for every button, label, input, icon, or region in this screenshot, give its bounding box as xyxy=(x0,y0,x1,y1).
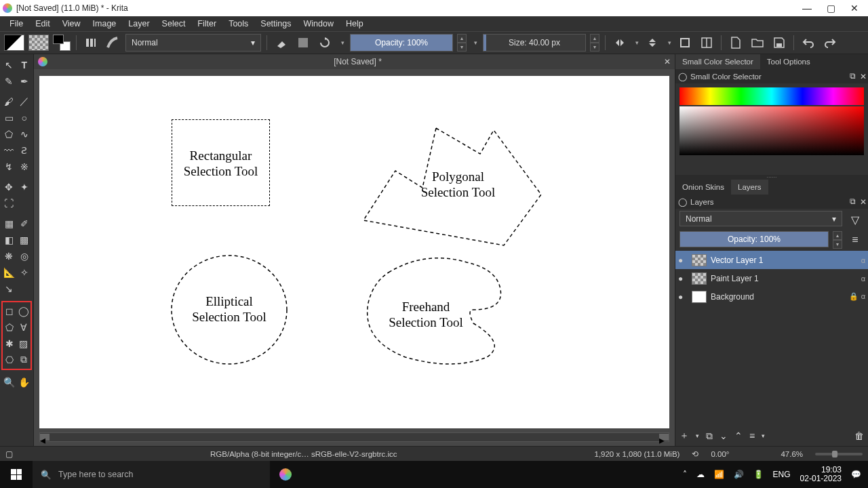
canvas[interactable]: Rectangular Selection Tool Polygonal Sel… xyxy=(39,76,669,428)
blend-mode-select[interactable]: Normal ▾ xyxy=(125,34,261,52)
crop-tool-icon[interactable]: ⛶ xyxy=(1,195,17,211)
calligraphy-tool-icon[interactable]: ✒ xyxy=(17,73,33,89)
scroll-right-icon[interactable]: ▸ xyxy=(659,434,669,441)
hue-strip[interactable] xyxy=(679,87,864,105)
float-panel-icon[interactable]: ⧉ xyxy=(850,197,856,206)
maximize-button[interactable]: ▢ xyxy=(827,3,835,14)
fg-bg-colors[interactable] xyxy=(53,35,71,51)
rect-select-tool-icon[interactable]: ◻ xyxy=(3,303,17,319)
polygon-tool-icon[interactable]: ⬠ xyxy=(1,126,17,142)
delete-layer-button[interactable]: 🗑 xyxy=(854,430,864,441)
duplicate-layer-button[interactable]: ⧉ xyxy=(706,430,713,442)
unknown-tool-icon[interactable]: ↘ xyxy=(1,281,17,296)
menu-layer[interactable]: Layer xyxy=(123,18,155,30)
zoom-slider[interactable] xyxy=(815,453,863,455)
smart-patch-tool-icon[interactable]: ❋ xyxy=(1,248,17,264)
wrap-icon[interactable] xyxy=(676,34,694,52)
menu-image[interactable]: Image xyxy=(87,18,122,30)
menu-tools[interactable]: Tools xyxy=(223,18,254,30)
alpha-icon[interactable]: α xyxy=(861,274,865,283)
reload-icon[interactable] xyxy=(316,34,334,52)
eraser-icon[interactable] xyxy=(273,34,290,52)
transform-tool-icon[interactable]: ↖ xyxy=(1,57,17,73)
menu-select[interactable]: Select xyxy=(157,18,191,30)
workspace-icon[interactable] xyxy=(698,34,715,52)
mirror-v-menu[interactable] xyxy=(665,34,672,52)
open-file-icon[interactable] xyxy=(749,34,766,52)
menu-window[interactable]: Window xyxy=(298,18,339,30)
size-slider[interactable]: Size: 40.00 px xyxy=(483,34,586,52)
alpha-icon[interactable]: α xyxy=(861,256,865,264)
close-panel-icon[interactable]: ✕ xyxy=(860,197,867,207)
visibility-icon[interactable]: ● xyxy=(678,256,688,265)
new-file-icon[interactable] xyxy=(727,34,745,52)
magnetic-select-tool-icon[interactable]: ⧉ xyxy=(17,352,31,367)
redo-icon[interactable] xyxy=(821,34,839,52)
layer-props-button[interactable]: ≡ xyxy=(749,430,755,441)
text-tool-icon[interactable]: T xyxy=(17,57,33,73)
reload-menu[interactable] xyxy=(338,34,346,52)
layer-up-button[interactable]: ⌃ xyxy=(734,430,743,441)
undo-icon[interactable] xyxy=(800,34,817,52)
horizontal-scrollbar[interactable]: ◂ ▸ xyxy=(39,432,669,442)
opacity-menu[interactable] xyxy=(471,34,479,52)
saturation-value-box[interactable] xyxy=(679,106,864,155)
tray-clock[interactable]: 19:03 02-01-2023 xyxy=(800,466,842,483)
layer-item[interactable]: ● Background 🔒α xyxy=(675,287,868,306)
canvas-viewport[interactable]: Rectangular Selection Tool Polygonal Sel… xyxy=(34,69,675,432)
taskbar-app-krita[interactable] xyxy=(270,461,301,488)
tray-wifi-icon[interactable]: 📶 xyxy=(714,470,724,479)
float-panel-icon[interactable]: ⧉ xyxy=(850,72,856,81)
tray-chevron-icon[interactable]: ˄ xyxy=(683,470,687,479)
zoom-tool-icon[interactable]: 🔍 xyxy=(1,374,17,390)
polyline-tool-icon[interactable]: ∿ xyxy=(17,126,33,142)
reference-tool-icon[interactable]: ✧ xyxy=(17,264,33,280)
bezier-tool-icon[interactable]: 〰 xyxy=(1,142,17,158)
menu-settings[interactable]: Settings xyxy=(255,18,296,30)
rectangle-tool-icon[interactable]: ▭ xyxy=(1,110,17,125)
brush-preset-icon[interactable] xyxy=(104,34,121,52)
gradient-tool-icon[interactable]: ◧ xyxy=(1,232,17,247)
document-tab[interactable]: [Not Saved] * ✕ xyxy=(34,54,675,69)
menu-view[interactable]: View xyxy=(57,18,86,30)
move-tool-icon[interactable]: ✥ xyxy=(1,179,17,195)
tray-onedrive-icon[interactable]: ☁ xyxy=(696,470,705,479)
opacity-spin[interactable]: ▴▾ xyxy=(457,34,467,52)
tray-battery-icon[interactable]: 🔋 xyxy=(753,470,764,479)
tab-tool-options[interactable]: Tool Options xyxy=(760,54,817,69)
pattern-tool-icon[interactable]: ▩ xyxy=(17,232,33,247)
pan-tool-icon[interactable]: ✋ xyxy=(17,374,33,390)
assistant-tool-icon[interactable]: ◎ xyxy=(17,248,33,264)
brush-settings-icon[interactable] xyxy=(82,34,100,52)
scroll-left-icon[interactable]: ◂ xyxy=(40,434,50,441)
layer-item[interactable]: ● Vector Layer 1 α xyxy=(675,251,868,269)
rotation-icon[interactable]: ⟲ xyxy=(692,449,698,459)
layer-down-button[interactable]: ⌄ xyxy=(719,430,728,441)
contiguous-select-tool-icon[interactable]: ✱ xyxy=(3,336,17,351)
color-selector-panel[interactable] xyxy=(675,83,868,175)
freehand-select-tool-icon[interactable]: Ɐ xyxy=(17,319,31,335)
bezier-select-tool-icon[interactable]: ⎔ xyxy=(3,352,17,367)
layer-opacity-spin[interactable]: ▴▾ xyxy=(833,231,842,249)
lock-icon[interactable]: 🔒 xyxy=(849,292,859,301)
add-layer-menu[interactable]: ▾ xyxy=(696,432,699,439)
mirror-h-menu[interactable] xyxy=(633,34,639,52)
opacity-slider[interactable]: Opacity: 100% xyxy=(350,34,453,52)
lock-icon[interactable]: ◯ xyxy=(677,197,688,207)
visibility-icon[interactable]: ● xyxy=(678,274,688,283)
size-spin[interactable]: ▴▾ xyxy=(590,34,599,52)
freehand-path-tool-icon[interactable]: Ƨ xyxy=(17,142,33,158)
add-layer-button[interactable]: ＋ xyxy=(679,430,689,442)
gradient-swatch-icon[interactable] xyxy=(4,35,24,51)
alpha-lock-icon[interactable] xyxy=(294,34,312,52)
tab-onion-skins[interactable]: Onion Skins xyxy=(675,180,731,195)
layer-props-menu[interactable]: ▾ xyxy=(762,432,765,439)
transform2-tool-icon[interactable]: ✦ xyxy=(17,179,33,195)
pattern-swatch-icon[interactable] xyxy=(28,35,49,51)
tab-layers[interactable]: Layers xyxy=(731,180,768,195)
similar-select-tool-icon[interactable]: ▨ xyxy=(17,336,31,351)
polygon-select-tool-icon[interactable]: ⬠ xyxy=(3,319,17,335)
freehand-brush-tool-icon[interactable]: 🖌 xyxy=(1,94,17,109)
taskbar-search[interactable]: 🔍 Type here to search xyxy=(33,461,270,488)
menu-filter[interactable]: Filter xyxy=(192,18,222,30)
